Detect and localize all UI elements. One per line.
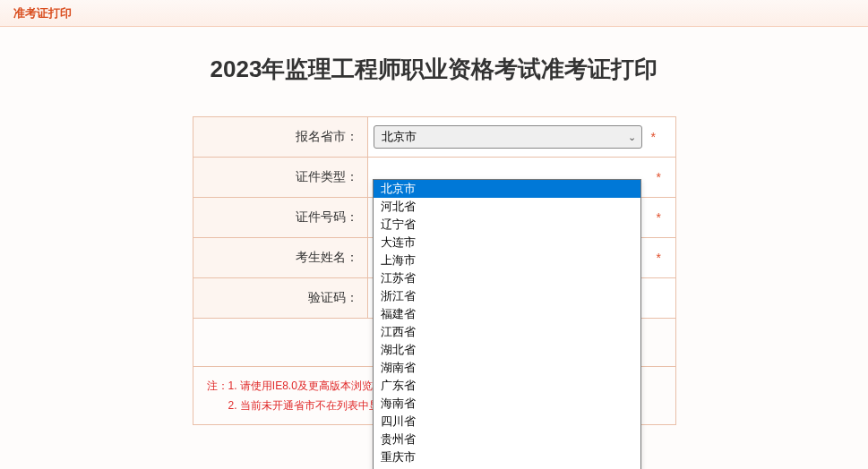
- required-name: *: [657, 251, 661, 265]
- chevron-down-icon: ⌄: [628, 132, 636, 143]
- required-province: *: [651, 130, 656, 144]
- dropdown-option[interactable]: 江苏省: [374, 269, 640, 287]
- province-dropdown[interactable]: 北京市河北省辽宁省大连市上海市江苏省浙江省福建省江西省湖北省湖南省广东省海南省四…: [373, 179, 641, 469]
- province-selected-text: 北京市: [382, 129, 417, 145]
- dropdown-option[interactable]: 大连市: [374, 234, 640, 252]
- dropdown-option[interactable]: 海南省: [374, 395, 640, 413]
- dropdown-option[interactable]: 四川省: [374, 413, 640, 431]
- dropdown-option[interactable]: 辽宁省: [374, 216, 640, 234]
- dropdown-option[interactable]: 江西省: [374, 323, 640, 341]
- dropdown-option[interactable]: 湖北省: [374, 341, 640, 359]
- row-province: 报名省市： 北京市 ⌄ *: [193, 117, 675, 158]
- dropdown-option[interactable]: 贵州省: [374, 431, 640, 448]
- province-select[interactable]: 北京市 ⌄: [374, 125, 642, 149]
- dropdown-option[interactable]: 重庆市: [374, 448, 640, 466]
- tab-title: 准考证打印: [13, 5, 72, 21]
- dropdown-option[interactable]: 北京市: [374, 180, 640, 198]
- dropdown-option[interactable]: 广东省: [374, 377, 640, 395]
- dropdown-option[interactable]: 上海市: [374, 252, 640, 269]
- value-province: 北京市 ⌄ *: [368, 117, 675, 157]
- label-idtype: 证件类型：: [193, 158, 368, 197]
- dropdown-option[interactable]: 河北省: [374, 198, 640, 216]
- required-idtype: *: [657, 170, 661, 184]
- content-area: 2023年监理工程师职业资格考试准考证打印 报名省市： 北京市 ⌄ * 证件类型…: [0, 27, 868, 469]
- label-name: 考生姓名：: [193, 238, 368, 277]
- page-title: 2023年监理工程师职业资格考试准考证打印: [13, 54, 855, 85]
- tab-header: 准考证打印: [0, 0, 868, 27]
- label-province: 报名省市：: [193, 117, 368, 157]
- dropdown-option[interactable]: 福建省: [374, 305, 640, 323]
- label-captcha: 验证码：: [193, 278, 368, 318]
- dropdown-option[interactable]: 湖南省: [374, 359, 640, 377]
- dropdown-option[interactable]: 浙江省: [374, 287, 640, 305]
- required-idnumber: *: [657, 210, 661, 225]
- label-idnumber: 证件号码：: [193, 198, 368, 237]
